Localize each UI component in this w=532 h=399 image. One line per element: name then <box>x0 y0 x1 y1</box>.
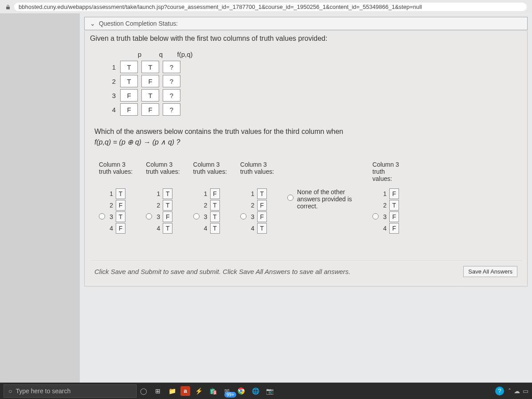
option-row-num: 1 <box>203 190 210 197</box>
formula: f(p,q) = (p ⊕ q) → (p ∧ q) ? <box>94 138 180 146</box>
option-row: 1F <box>203 188 220 199</box>
option-none-text: None of the other answers provided is co… <box>297 188 359 210</box>
completion-status-bar[interactable]: ⌄ Question Completion Status: <box>84 17 528 30</box>
truth-table-row: 3FT? <box>108 89 522 102</box>
row-number: 1 <box>108 63 120 71</box>
option-row-val: F <box>257 211 267 222</box>
help-icon[interactable]: ? <box>495 387 504 395</box>
truth-table-row: 1TT? <box>108 61 522 73</box>
header-p: p <box>129 51 150 61</box>
save-all-answers-button[interactable]: Save All Answers <box>463 266 517 277</box>
option-row-val: F <box>389 188 399 199</box>
header-q: q <box>150 51 172 61</box>
mail-badge: 99+ <box>224 392 236 398</box>
option-row-num: 4 <box>156 225 163 232</box>
option-row-num: 3 <box>156 213 163 220</box>
option-radio[interactable] <box>240 213 246 219</box>
option-row-num: 3 <box>382 213 389 220</box>
option-row: 3T <box>203 211 220 222</box>
option-row-val: F <box>163 211 172 222</box>
option-row-val: T <box>163 223 172 234</box>
footer-hint: Click Save and Submit to save and submit… <box>94 268 350 275</box>
cell-f: ? <box>163 89 180 102</box>
tray-chevron-icon[interactable]: ˄ <box>508 387 511 395</box>
row-number: 4 <box>108 106 120 113</box>
option-mini-table: 1T2F3T4F <box>109 188 125 234</box>
option-row: 2T <box>156 200 172 211</box>
option-row: 4T <box>156 223 172 234</box>
option-row-num: 2 <box>250 202 257 209</box>
option-row-val: F <box>389 211 399 222</box>
option-row-val: T <box>210 211 220 222</box>
option-row-val: F <box>116 200 125 211</box>
option-row-val: F <box>389 223 399 234</box>
mail-icon[interactable]: ✉99+ <box>221 385 233 397</box>
option-row: 2F <box>109 200 125 211</box>
cell-f: ? <box>163 75 180 87</box>
taskbar-search[interactable]: ○ Type here to search <box>4 384 137 398</box>
answer-option: Column 3 truth values:1T2T3F4T <box>146 161 180 234</box>
option-row-val: F <box>257 200 267 211</box>
camera-icon[interactable]: 📷 <box>264 385 275 397</box>
cortana-ring-icon[interactable]: ◯ <box>138 385 149 397</box>
option-mini-table: 1T2F3F4T <box>250 188 267 234</box>
settings-icon[interactable]: ⚡ <box>193 385 204 397</box>
search-placeholder: Type here to search <box>16 387 70 395</box>
url-text[interactable]: bbhosted.cuny.edu/webapps/assessment/tak… <box>14 3 527 11</box>
option-row-val: T <box>116 211 125 222</box>
access-icon[interactable]: a <box>180 386 190 396</box>
cell-p: F <box>120 89 138 102</box>
cloud-icon[interactable]: ☁ <box>514 387 520 395</box>
chrome-icon[interactable] <box>235 385 247 397</box>
status-label: Question Completion Status: <box>99 20 178 27</box>
option-row: 2F <box>250 200 267 211</box>
option-row-num: 3 <box>250 213 257 220</box>
option-row: 3F <box>156 211 172 222</box>
option-row-num: 2 <box>382 202 389 209</box>
option-row-val: T <box>163 188 172 199</box>
cell-q: T <box>141 89 159 102</box>
option-row: 3T <box>109 211 125 222</box>
option-radio[interactable] <box>287 195 293 201</box>
cortana-icon: ○ <box>8 387 12 395</box>
file-explorer-icon[interactable]: 📁 <box>166 385 178 397</box>
assessment-page: ⌄ Question Completion Status: Given a tr… <box>80 13 532 383</box>
option-radio[interactable] <box>146 213 152 219</box>
task-view-icon[interactable]: ⊞ <box>152 385 164 397</box>
windows-taskbar[interactable]: ○ Type here to search ◯ ⊞ 📁 a ⚡ 🛍️ ✉99+ … <box>0 383 532 399</box>
answer-option: Column 3 truth values:1F2T3T4T <box>193 161 227 234</box>
option-radio[interactable] <box>99 213 105 219</box>
answer-option: None of the other answers provided is co… <box>287 161 359 210</box>
row-number: 3 <box>108 92 120 99</box>
option-header: Column 3 truth values: <box>240 161 274 183</box>
option-row-val: T <box>389 200 399 211</box>
option-row-num: 2 <box>203 202 210 209</box>
option-row: 2T <box>382 200 399 211</box>
option-row: 2T <box>203 200 220 211</box>
option-row-num: 4 <box>250 225 257 232</box>
battery-icon[interactable]: ▭ <box>523 387 528 395</box>
app-icon[interactable]: 🌐 <box>250 385 261 397</box>
option-row: 1T <box>250 188 267 199</box>
option-mini-table: 1T2T3F4T <box>156 188 172 234</box>
answer-option: Column 3 truth values:1T2F3T4F <box>99 161 133 234</box>
store-icon[interactable]: 🛍️ <box>207 385 219 397</box>
option-row: 4F <box>109 223 125 234</box>
option-row-val: T <box>163 200 172 211</box>
option-row-num: 1 <box>250 190 257 197</box>
option-radio[interactable] <box>193 213 200 219</box>
option-radio[interactable] <box>372 213 379 219</box>
chevron-down-icon: ⌄ <box>90 20 95 27</box>
option-header: Column 3 truth values: <box>372 161 399 183</box>
option-header: Column 3 truth values: <box>146 161 180 183</box>
cell-f: ? <box>163 103 180 116</box>
question-prompt: Given a truth table below with the first… <box>84 31 528 286</box>
option-mini-table: 1F2T3F4F <box>382 188 399 234</box>
option-row-val: T <box>257 223 267 234</box>
option-row-val: T <box>116 188 125 199</box>
option-row-val: F <box>116 223 125 234</box>
footer-area: Click Save and Submit to save and submit… <box>90 260 522 282</box>
option-row: 1T <box>156 188 172 199</box>
option-row-num: 2 <box>109 202 116 209</box>
option-row-num: 4 <box>203 225 210 232</box>
